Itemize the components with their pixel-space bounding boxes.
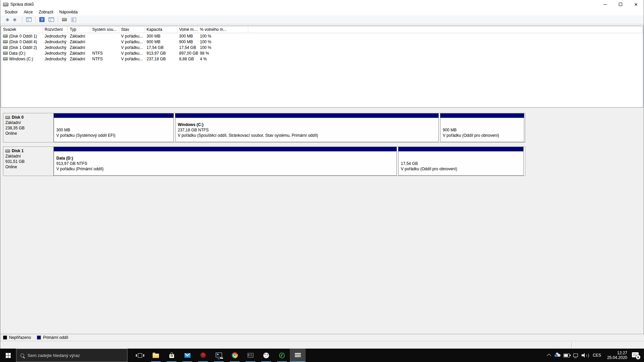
- taskbar-app-red-app-icon[interactable]: [195, 349, 211, 362]
- terminal-icon: C:\: [248, 353, 254, 358]
- partition[interactable]: Data (D:)913,97 GB NTFSV pořádku (Primár…: [54, 147, 397, 176]
- header-cell[interactable]: Kapacita: [145, 26, 177, 33]
- red-app-icon: [200, 352, 206, 358]
- table-row[interactable]: Windows (C:)JednoduchýZákladníNTFSV pořá…: [1, 56, 643, 62]
- cell-text: 300 MB: [147, 34, 160, 39]
- header-cell[interactable]: Typ: [68, 26, 90, 33]
- partition[interactable]: 17,54 GBV pořádku (Oddíl pro obnovení): [398, 147, 524, 176]
- volume-icon: [3, 40, 8, 43]
- cell: Základní: [68, 57, 90, 61]
- taskbar-app-mail-icon[interactable]: [179, 349, 195, 362]
- taskbar-app-explorer-icon[interactable]: [148, 349, 164, 362]
- taskbar-app-monitor-app-icon[interactable]: [211, 349, 227, 362]
- partition[interactable]: Windows (C:)237,18 GB NTFSV pořádku (Spo…: [175, 113, 439, 142]
- menu-item[interactable]: Akce: [21, 9, 36, 15]
- header-cell[interactable]: Systém sou...: [90, 26, 119, 33]
- close-button[interactable]: ✕: [628, 0, 644, 9]
- cloud-icon: [555, 354, 560, 357]
- chrome-icon: [232, 352, 238, 358]
- toolbar-button-tree-panel-icon[interactable]: [25, 16, 33, 23]
- disk-info-panel[interactable]: Disk 1Základní931,51 GBOnline: [3, 147, 54, 176]
- onedrive-tray-button[interactable]: [553, 349, 562, 362]
- taskbar-app-disk-management-icon[interactable]: [290, 349, 306, 362]
- disk-status: Online: [5, 131, 53, 136]
- green-ring-app-icon: [279, 353, 285, 358]
- cell-text: 897,00 GB: [179, 51, 198, 56]
- header-cell[interactable]: Rozvržení: [43, 26, 68, 33]
- menu-item[interactable]: Zobrazit: [36, 9, 56, 15]
- tray-chevron-button[interactable]: [544, 349, 553, 362]
- disk-name: Disk 0: [5, 115, 53, 120]
- toolbar-button-properties-icon[interactable]: [70, 16, 78, 23]
- disk-tool-icon: [62, 18, 67, 21]
- legend-bar: NepřiřazenoPrimární oddíl: [0, 334, 644, 341]
- volume-list[interactable]: SvazekRozvrženíTypSystém sou...StavKapac…: [1, 26, 643, 108]
- chevron-up-icon: [547, 354, 551, 358]
- cell: 100 %: [198, 34, 248, 39]
- menu-bar: SouborAkceZobrazitNápověda: [0, 9, 644, 15]
- partition-lines: 17,54 GBV pořádku (Oddíl pro obnovení): [401, 161, 522, 172]
- cell: 237,18 GB: [145, 57, 177, 61]
- cell: 4 %: [198, 57, 248, 61]
- menu-item[interactable]: Nápověda: [56, 9, 81, 15]
- clock[interactable]: 12:27 25.04.2020: [604, 349, 630, 362]
- disk-info-panel[interactable]: Disk 0Základní238,35 GBOnline: [3, 113, 54, 142]
- toolbar-button-disk-tool-icon[interactable]: [60, 16, 68, 23]
- cell-text: 300 MB: [179, 34, 193, 39]
- header-cell[interactable]: Svazek: [1, 26, 43, 33]
- header-cell[interactable]: Volné m...: [177, 26, 198, 33]
- language-indicator[interactable]: CES: [589, 349, 604, 362]
- table-row[interactable]: (Disk 1 Oddíl 2)JednoduchýZákladníV pořá…: [1, 45, 643, 50]
- paint-icon: [263, 353, 269, 358]
- table-row[interactable]: Data (D:)JednoduchýZákladníNTFSV pořádku…: [1, 50, 643, 56]
- cell: 900 MB: [145, 40, 177, 44]
- toolbar-button-help-icon[interactable]: ?: [38, 16, 46, 23]
- header-cell[interactable]: Stav: [119, 26, 145, 33]
- taskbar-app-green-ring-app-icon[interactable]: [274, 349, 290, 362]
- table-row[interactable]: (Disk 0 Oddíl 1)JednoduchýZákladníV pořá…: [1, 33, 643, 39]
- taskbar-app-store-icon[interactable]: [164, 349, 179, 362]
- disk-row-disk-1: Disk 1Základní931,51 GBOnlineData (D:)91…: [3, 146, 525, 176]
- search-input[interactable]: Sem zadejte hledaný výraz: [16, 349, 127, 362]
- cell-text: 98 %: [200, 51, 209, 56]
- cell: Základní: [68, 45, 90, 50]
- battery-tray-button[interactable]: [562, 349, 571, 362]
- partition-line: 300 MB: [56, 127, 172, 133]
- disk-icon: [5, 149, 10, 153]
- search-placeholder: Sem zadejte hledaný výraz: [28, 353, 80, 358]
- partition-line: V pořádku (Systémový oddíl EFI): [56, 133, 172, 138]
- cell-text: 100 %: [200, 34, 211, 39]
- toolbar-button-forward-icon[interactable]: [12, 16, 20, 23]
- table-row[interactable]: (Disk 0 Oddíl 4)JednoduchýZákladníV pořá…: [1, 39, 643, 45]
- action-center-button[interactable]: 6: [630, 349, 644, 362]
- cell-text: Jednoduchý: [45, 34, 66, 39]
- app-disk-icon: [3, 3, 8, 6]
- legend-item: Primární oddíl: [37, 335, 68, 340]
- taskbar-app-terminal-icon[interactable]: C:\: [243, 349, 258, 362]
- partition-line: V pořádku (Spouštěcí oddíl, Stránkovací …: [178, 133, 437, 138]
- disk-size: 238,35 GB: [5, 125, 53, 131]
- cell-text: 913,97 GB: [147, 51, 166, 56]
- status-bar: [0, 341, 644, 349]
- cell: V pořádku...: [119, 51, 145, 56]
- start-button[interactable]: [0, 349, 16, 362]
- partition-box: 17,54 GBV pořádku (Oddíl pro obnovení): [398, 151, 524, 176]
- menu-item[interactable]: Soubor: [2, 9, 21, 15]
- toolbar-button-back-icon[interactable]: [2, 16, 10, 23]
- partition[interactable]: 900 MBV pořádku (Oddíl pro obnovení): [440, 113, 524, 142]
- network-tray-button[interactable]: [571, 349, 580, 362]
- minimize-button[interactable]: [597, 0, 613, 9]
- taskbar-app-task-view-icon[interactable]: [132, 349, 148, 362]
- cell-text: 8,88 GB: [179, 57, 194, 61]
- taskbar-app-chrome-icon[interactable]: [227, 349, 243, 362]
- cell: 98 %: [198, 51, 248, 56]
- toolbar: ?: [0, 15, 644, 24]
- partition[interactable]: 300 MBV pořádku (Systémový oddíl EFI): [54, 113, 174, 142]
- volume-tray-button[interactable]: [580, 349, 589, 362]
- disk-type: Základní: [5, 154, 53, 159]
- taskbar-app-paint-icon[interactable]: [258, 349, 274, 362]
- header-cell[interactable]: % volného m...: [198, 26, 248, 33]
- restore-button[interactable]: [613, 0, 628, 9]
- toolbar-button-panel-icon[interactable]: [47, 16, 55, 23]
- search-icon: [20, 354, 24, 357]
